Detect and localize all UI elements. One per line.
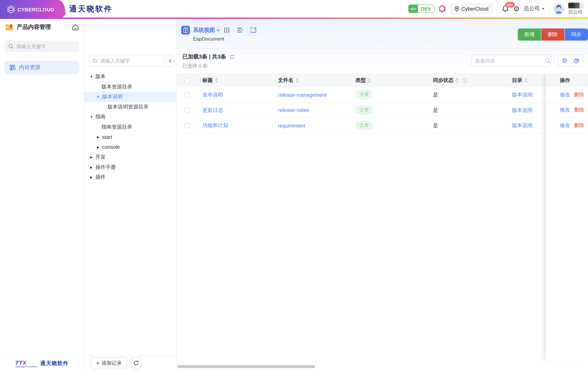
tree-item-label: start [102, 134, 112, 140]
books-icon [10, 65, 16, 70]
search-icon [545, 58, 550, 63]
record-filename-link[interactable]: release-notes [278, 108, 309, 113]
sync-button[interactable]: 同步 [565, 29, 588, 40]
column-header-filename[interactable]: 文件名 [270, 73, 346, 87]
split-view-icon[interactable] [224, 27, 230, 33]
tree-item[interactable]: ▶ start [84, 132, 176, 142]
caret-down-icon[interactable]: ▼ [89, 115, 94, 119]
tree-item-label: 插件 [95, 174, 105, 181]
row-checkbox[interactable] [184, 108, 190, 113]
sort-icon[interactable] [368, 78, 371, 83]
edit-link[interactable]: 修改 [560, 107, 570, 114]
workspace-selector[interactable]: CyberCloud [450, 3, 493, 14]
table-row: 更新日志 release-notes 文章 是 版本说明 [177, 103, 588, 118]
list-config-icon[interactable] [237, 28, 243, 33]
record-filename-link[interactable]: release-management [278, 92, 326, 98]
external-link-icon[interactable] [251, 27, 256, 33]
directory-link[interactable]: 版本说明 [512, 92, 533, 98]
tree-item[interactable]: 版本说明资源目录 [84, 102, 176, 112]
record-title-link[interactable]: 功能和计划 [202, 123, 228, 129]
tree-item[interactable]: ▶ 插件 [84, 172, 176, 182]
tree-item[interactable]: ▶ 操作手册 [84, 162, 176, 172]
sort-icon[interactable] [215, 78, 218, 83]
notifications-button[interactable]: 20+ [502, 5, 509, 12]
tree-item-label: 版本说明 [102, 94, 123, 100]
type-badge: 文章 [356, 121, 373, 130]
sort-icon[interactable] [525, 78, 528, 83]
row-checkbox[interactable] [184, 92, 190, 98]
refresh-icon[interactable] [230, 54, 235, 59]
record-filename-link[interactable]: requirement [278, 123, 305, 129]
delete-link[interactable]: 删除 [574, 107, 584, 114]
tree-item-label: console [102, 144, 120, 150]
directory-link[interactable]: 版本说明 [512, 107, 533, 113]
directory-tree-panel: ▼ 版本 版本资源目录 ▼ 版本说明 版本说明资源目录 ▼ 指南 指南资源目录 … [84, 19, 177, 370]
delete-link[interactable]: 删除 [574, 91, 584, 98]
list-info: 已加载3条 | 共3条 已选择 0 条 [182, 53, 235, 70]
sort-icon[interactable] [456, 78, 459, 83]
tree-refresh-button[interactable] [131, 358, 142, 369]
sidebar-item-content-resource[interactable]: 内容资源 [5, 61, 79, 74]
tree-footer: + 添加记录 [84, 356, 176, 370]
column-header-title[interactable]: 标题 [198, 73, 270, 87]
company-selector[interactable]: 总公司 ▼ [524, 5, 545, 12]
list-search[interactable] [471, 55, 551, 67]
view-selector[interactable]: 系统视图 [193, 27, 220, 34]
tree-search-input[interactable] [100, 58, 160, 64]
list-search-input[interactable] [475, 58, 542, 64]
info-icon[interactable] [462, 78, 467, 83]
tree-item-label: 版本 [95, 73, 105, 80]
record-title-link[interactable]: 发布说明 [202, 92, 223, 98]
sidebar-search-input[interactable] [16, 43, 76, 49]
collapse-panel-button[interactable] [166, 55, 174, 67]
fixed-operations-column: 操作 修改 删除 修改 删除 修改 删除 [546, 73, 588, 362]
row-operations: 修改 删除 [546, 118, 588, 133]
caret-right-icon[interactable]: ▶ [89, 176, 94, 179]
caret-right-icon[interactable]: ▶ [89, 165, 94, 169]
chart-view-button[interactable] [571, 55, 582, 66]
caret-down-icon[interactable]: ▼ [96, 95, 100, 99]
org-name: 总公司 [568, 9, 582, 16]
tree-item[interactable]: ▶ 开发 [84, 152, 176, 162]
toolbar-divider [233, 28, 234, 33]
column-header-type[interactable]: 类型 [346, 73, 422, 87]
main-content: 系统视图 [177, 19, 588, 370]
caret-down-icon[interactable]: ▼ [89, 75, 94, 79]
sidebar-footer: TTX Technology To eXcellence 通天晓软件 [0, 357, 84, 370]
gem-icon [439, 5, 445, 12]
org-identity: 总公司 [568, 3, 584, 16]
column-settings-button[interactable]: ⚙ [559, 55, 571, 66]
caret-right-icon[interactable]: ▶ [96, 145, 100, 149]
tree-item[interactable]: ▼ 版本 [84, 72, 176, 82]
tree-item-selected[interactable]: ▼ 版本说明 [84, 92, 176, 102]
tree-item[interactable]: ▶ console [84, 142, 176, 152]
sync-status-value: 是 [433, 107, 438, 113]
directory-link[interactable]: 版本说明 [512, 123, 533, 129]
record-title-link[interactable]: 更新日志 [202, 107, 223, 113]
delete-button[interactable]: 删除 [541, 29, 565, 40]
delete-link[interactable]: 删除 [574, 122, 584, 129]
row-checkbox[interactable] [184, 123, 190, 128]
tree-item[interactable]: 版本资源目录 [84, 82, 176, 92]
select-all-checkbox[interactable] [184, 78, 190, 83]
add-record-button[interactable]: + 添加记录 [90, 358, 127, 369]
tree-item[interactable]: 指南资源目录 [84, 122, 176, 132]
chevron-down-icon [217, 29, 220, 31]
sort-icon[interactable] [296, 78, 299, 83]
tree-search[interactable] [89, 55, 164, 67]
header-divider [497, 4, 498, 13]
home-icon[interactable] [72, 24, 79, 30]
edit-link[interactable]: 修改 [560, 91, 570, 98]
gear-icon: ⚙ [562, 58, 567, 64]
column-header-sync-status[interactable]: 同步状态 [422, 73, 498, 87]
tree-item[interactable]: ▼ 指南 [84, 112, 176, 122]
horizontal-scrollbar-thumb[interactable] [177, 365, 315, 368]
user-avatar[interactable] [553, 3, 564, 14]
caret-right-icon[interactable]: ▶ [89, 155, 94, 159]
add-button[interactable]: 新增 [518, 29, 541, 40]
caret-right-icon[interactable]: ▶ [96, 135, 100, 139]
org-logo [568, 3, 584, 8]
sidebar-search[interactable] [5, 40, 79, 52]
tree-item-label: 开发 [95, 154, 105, 161]
edit-link[interactable]: 修改 [560, 122, 570, 129]
